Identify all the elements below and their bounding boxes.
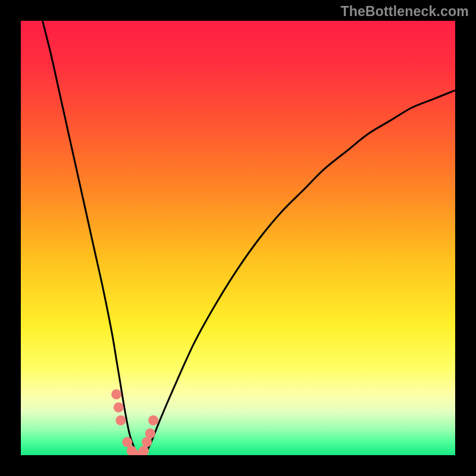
highlight-dot xyxy=(139,446,149,455)
chart-frame: TheBottleneck.com xyxy=(0,0,476,476)
highlight-dot xyxy=(142,437,152,447)
highlight-dot xyxy=(145,428,155,439)
highlight-dot xyxy=(111,389,121,399)
watermark-text: TheBottleneck.com xyxy=(340,4,469,20)
highlight-dots xyxy=(111,389,158,455)
highlight-dot xyxy=(114,402,124,412)
chart-svg xyxy=(21,21,455,455)
bottleneck-curve xyxy=(43,21,456,455)
highlight-dot xyxy=(148,415,158,425)
highlight-dot xyxy=(115,415,126,425)
plot-area xyxy=(21,21,455,455)
highlight-dot xyxy=(122,437,132,447)
